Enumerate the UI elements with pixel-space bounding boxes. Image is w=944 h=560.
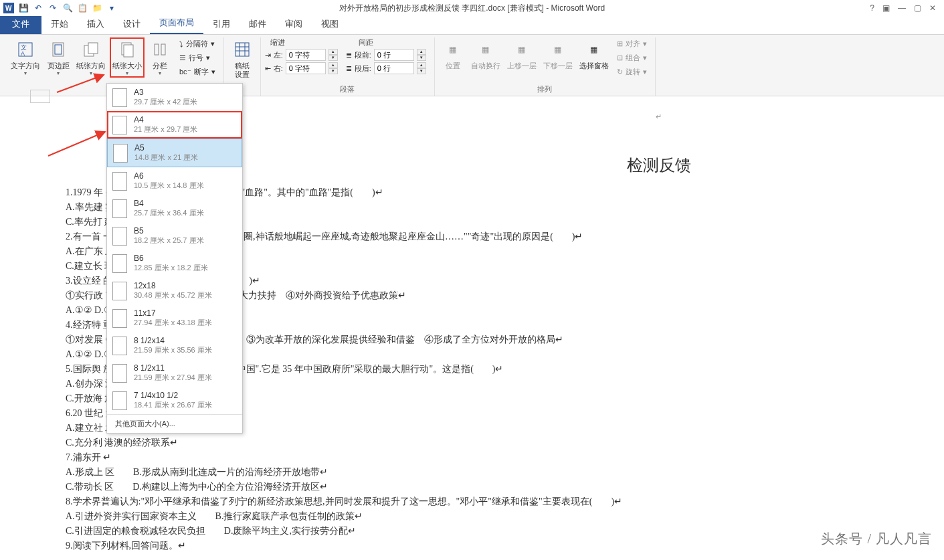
position-icon: ▦ <box>442 39 464 60</box>
other-page-size[interactable]: 其他页面大小(A)... <box>107 414 242 433</box>
quick-access-toolbar: W 💾 ↶ ↷ 🔍 📋 📁 ▾ <box>3 2 118 14</box>
size-dimensions: 30.48 厘米 x 45.72 厘米 <box>134 290 212 300</box>
document-line[interactable]: 9.阅读下列材料,回答问题。↵ <box>66 539 904 553</box>
group-paragraph: 缩进间距 ⇥左:▲▼ ⇤右:▲▼ ≣段前:▲▼ ≣段后:▲▼ 段落 <box>261 37 435 96</box>
ribbon-tabs: 文件 开始 插入 设计 页面布局 引用 邮件 审阅 视图 <box>0 16 944 35</box>
document-line[interactable]: C.带动长 区 D.构建以上海为中心的全方位沿海经济开放区↵ <box>66 480 904 494</box>
tab-references[interactable]: 引用 <box>203 14 240 34</box>
spinner-up[interactable]: ▲ <box>328 49 338 55</box>
spinner-down[interactable]: ▼ <box>417 55 426 61</box>
rotate-button[interactable]: ↻旋转 ▾ <box>613 66 651 78</box>
page-icon <box>112 364 127 383</box>
margins-button[interactable]: 页边距▾ <box>44 37 72 78</box>
spacing-before-input[interactable] <box>374 49 414 61</box>
orientation-button[interactable]: 纸张方向▾ <box>74 37 108 78</box>
size-option-b6[interactable]: B612.85 厘米 x 18.2 厘米 <box>107 250 242 277</box>
columns-button[interactable]: 分栏▾ <box>146 37 174 78</box>
page-icon <box>112 88 127 107</box>
document-line[interactable]: A.形成上 区 B.形成从南到北连成一片的沿海经济开放地带↵ <box>66 465 904 479</box>
position-button[interactable]: ▦位置 <box>439 37 467 72</box>
spacing-after-icon: ≣ <box>346 64 352 73</box>
tab-design[interactable]: 设计 <box>114 14 150 34</box>
document-line[interactable]: C.充分利 港澳的经济联系↵ <box>66 436 904 450</box>
rotate-icon: ↻ <box>617 68 623 76</box>
indent-left-input[interactable] <box>286 49 326 61</box>
spinner-up[interactable]: ▲ <box>328 62 338 68</box>
group-button[interactable]: ⊡组合 ▾ <box>613 52 651 64</box>
redo-icon[interactable]: ↷ <box>47 2 59 14</box>
ribbon-toggle-icon[interactable]: ▣ <box>882 3 890 13</box>
tab-review[interactable]: 审阅 <box>276 14 312 34</box>
size-dimensions: 25.7 厘米 x 36.4 厘米 <box>134 208 204 218</box>
tab-file[interactable]: 文件 <box>0 14 41 34</box>
size-option-a6[interactable]: A610.5 厘米 x 14.8 厘米 <box>107 167 242 195</box>
text-direction-button[interactable]: 文A 文字方向▾ <box>8 37 43 78</box>
maximize-icon[interactable]: ▢ <box>914 3 921 13</box>
spinner-down[interactable]: ▼ <box>328 55 338 61</box>
selection-pane-button[interactable]: ▦选择窗格 <box>577 37 611 72</box>
paper-size-button[interactable]: 纸张大小▾ <box>110 37 145 78</box>
size-option-812x11[interactable]: 8 1/2x1121.59 厘米 x 27.94 厘米 <box>107 359 242 387</box>
document-line[interactable]: C.引进固定的粮食税减轻农民负担 D.废除平均主义,实行按劳分配↵ <box>66 524 904 538</box>
qat-dropdown-icon[interactable]: ▾ <box>106 2 118 14</box>
qat-icon-1[interactable]: 🔍 <box>62 2 74 14</box>
qat-icon-3[interactable]: 📁 <box>91 2 103 14</box>
line-numbers-icon: ☰ <box>179 54 186 62</box>
document-line[interactable]: 7.浦东开 ↵ <box>66 450 904 464</box>
spinner-down[interactable]: ▼ <box>417 68 426 74</box>
selection-pane-icon: ▦ <box>583 39 605 60</box>
align-button[interactable]: ⊞对齐 ▾ <box>613 37 651 50</box>
size-option-a4[interactable]: A421 厘米 x 29.7 厘米 <box>107 111 242 138</box>
document-line[interactable]: 8.学术界普遍认为:"邓小平继承和借鉴了列宁的新经济政策思想,并同时发展和提升了… <box>66 494 904 508</box>
size-name: B5 <box>134 226 204 236</box>
document-line[interactable]: A.引进外资并实行国家资本主义 B.推行家庭联产承包责任制的政策↵ <box>66 509 904 523</box>
manuscript-button[interactable]: 稿纸 设置 <box>228 37 256 80</box>
spinner-up[interactable]: ▲ <box>417 49 426 55</box>
help-icon[interactable]: ? <box>870 3 874 13</box>
spacing-after-input[interactable] <box>374 62 414 74</box>
size-name: B4 <box>134 199 204 208</box>
send-backward-icon: ▦ <box>547 39 569 60</box>
document-heading: 检测反馈 <box>413 155 904 176</box>
tab-mailings[interactable]: 邮件 <box>240 14 276 34</box>
annotation-arrow-2 <box>48 130 108 159</box>
size-option-b4[interactable]: B425.7 厘米 x 36.4 厘米 <box>107 195 242 222</box>
indent-right-input[interactable] <box>286 62 326 74</box>
tab-insert[interactable]: 插入 <box>78 14 114 34</box>
line-numbers-button[interactable]: ☰行号 ▾ <box>175 52 219 64</box>
tab-view[interactable]: 视图 <box>312 14 348 34</box>
hyphenation-button[interactable]: bc⁻断字 ▾ <box>175 66 219 78</box>
size-option-714x1012[interactable]: 7 1/4x10 1/218.41 厘米 x 26.67 厘米 <box>107 387 242 414</box>
size-option-11x17[interactable]: 11x1727.94 厘米 x 43.18 厘米 <box>107 304 242 332</box>
document-line[interactable] <box>66 553 904 560</box>
size-dimensions: 21.59 厘米 x 35.56 厘米 <box>134 345 212 355</box>
page-icon <box>112 227 127 246</box>
qat-icon-2[interactable]: 📋 <box>76 2 88 14</box>
spinner-up[interactable]: ▲ <box>417 62 426 68</box>
tab-home[interactable]: 开始 <box>41 14 78 34</box>
size-name: 11x17 <box>134 308 212 318</box>
close-icon[interactable]: ✕ <box>929 3 936 13</box>
bring-forward-button[interactable]: ▦上移一层 <box>504 37 539 72</box>
manuscript-icon <box>231 39 253 60</box>
size-option-a5[interactable]: A514.8 厘米 x 21 厘米 <box>107 138 242 167</box>
title-bar: W 💾 ↶ ↷ 🔍 📋 📁 ▾ 对外开放格局的初步形成检测反馈 李四红.docx… <box>0 0 944 16</box>
wrap-icon: ▦ <box>475 39 496 60</box>
spinner-down[interactable]: ▼ <box>328 68 338 74</box>
size-option-b5[interactable]: B518.2 厘米 x 25.7 厘米 <box>107 222 242 250</box>
columns-icon <box>149 39 171 60</box>
breaks-button[interactable]: ⤵分隔符 ▾ <box>175 37 219 50</box>
wrap-text-button[interactable]: ▦自动换行 <box>468 37 503 72</box>
indent-right-icon: ⇤ <box>265 64 271 73</box>
minimize-icon[interactable]: — <box>898 3 906 13</box>
size-option-a3[interactable]: A329.7 厘米 x 42 厘米 <box>107 84 242 111</box>
paper-size-dropdown: A329.7 厘米 x 42 厘米A421 厘米 x 29.7 厘米A514.8… <box>106 83 243 434</box>
size-option-12x18[interactable]: 12x1830.48 厘米 x 45.72 厘米 <box>107 277 242 304</box>
size-option-812x14[interactable]: 8 1/2x1421.59 厘米 x 35.56 厘米 <box>107 332 242 359</box>
save-icon[interactable]: 💾 <box>17 2 29 14</box>
page-icon <box>112 172 127 191</box>
send-backward-button[interactable]: ▦下移一层 <box>541 37 575 72</box>
undo-icon[interactable]: ↶ <box>32 2 44 14</box>
size-name: B6 <box>134 254 208 263</box>
svg-rect-11 <box>155 44 159 55</box>
